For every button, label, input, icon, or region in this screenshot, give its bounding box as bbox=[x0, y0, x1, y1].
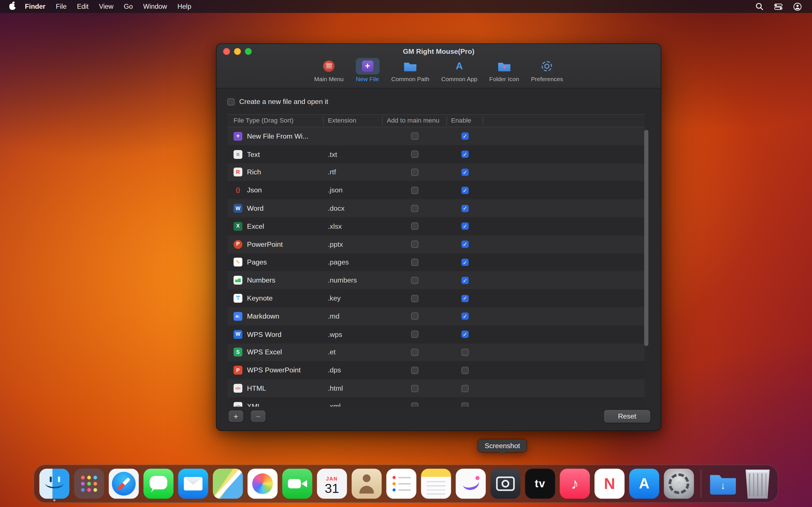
menu-item-finder[interactable]: Finder bbox=[20, 0, 51, 13]
add-file-type-button[interactable]: + bbox=[229, 410, 243, 422]
add-to-main-menu-checkbox[interactable] bbox=[411, 313, 418, 320]
enable-checkbox[interactable] bbox=[462, 331, 469, 338]
trash-dock-icon[interactable] bbox=[743, 469, 773, 499]
menu-item-help[interactable]: Help bbox=[172, 0, 197, 13]
finder-dock-icon[interactable] bbox=[40, 469, 70, 499]
col-extension[interactable]: Extension bbox=[324, 116, 383, 125]
col-add-to-main-menu[interactable]: Add to main menu bbox=[383, 116, 447, 125]
file-type-cell: RRich bbox=[227, 168, 324, 177]
table-row[interactable]: ⊤Keynote.key bbox=[227, 289, 645, 307]
table-row[interactable]: M↓Markdown.md bbox=[227, 307, 645, 325]
enable-checkbox[interactable] bbox=[462, 151, 469, 158]
tab-common-app[interactable]: Common App bbox=[439, 58, 480, 82]
table-row[interactable]: {}Json.json bbox=[227, 181, 645, 200]
add-to-main-menu-checkbox[interactable] bbox=[411, 205, 418, 212]
settings-dock-icon[interactable] bbox=[664, 469, 694, 499]
remove-file-type-button[interactable]: − bbox=[251, 410, 266, 422]
add-to-main-menu-checkbox[interactable] bbox=[411, 240, 418, 248]
enable-checkbox[interactable] bbox=[462, 187, 469, 194]
add-to-main-menu-checkbox[interactable] bbox=[411, 133, 418, 140]
table-row[interactable]: ✎Pages.pages bbox=[227, 253, 645, 271]
contacts-dock-icon[interactable] bbox=[352, 469, 382, 499]
news-dock-icon[interactable] bbox=[595, 469, 625, 499]
menu-item-window[interactable]: Window bbox=[138, 0, 172, 13]
tv-dock-icon[interactable] bbox=[525, 469, 555, 499]
enable-checkbox[interactable] bbox=[462, 205, 469, 212]
screenshot-dock-icon[interactable] bbox=[490, 469, 520, 499]
table-row[interactable]: ≡Text.txt bbox=[227, 145, 645, 163]
new-file-icon bbox=[362, 61, 373, 72]
tab-preferences[interactable]: Preferences bbox=[528, 58, 566, 82]
enable-checkbox[interactable] bbox=[462, 367, 469, 374]
table-row[interactable]: WWord.docx bbox=[227, 199, 645, 217]
tab-main-menu[interactable]: Main Menu bbox=[312, 58, 346, 82]
add-to-main-menu-checkbox[interactable] bbox=[411, 151, 418, 158]
menu-item-view[interactable]: View bbox=[94, 0, 119, 13]
notes-dock-icon[interactable] bbox=[421, 469, 451, 499]
create-file-checkbox[interactable] bbox=[227, 98, 235, 105]
mail-dock-icon[interactable] bbox=[178, 469, 208, 499]
maps-dock-icon[interactable] bbox=[213, 469, 243, 499]
table-row[interactable]: +New File From Wi... bbox=[227, 127, 645, 145]
control-center-icon[interactable] bbox=[774, 3, 782, 10]
enable-checkbox[interactable] bbox=[462, 259, 469, 266]
enable-checkbox[interactable] bbox=[462, 385, 469, 392]
launchpad-dock-icon[interactable] bbox=[74, 469, 104, 499]
add-to-main-menu-checkbox[interactable] bbox=[411, 403, 418, 407]
reminders-dock-icon[interactable] bbox=[386, 469, 416, 499]
table-row[interactable]: </>XML.xml bbox=[227, 397, 645, 407]
apple-menu-icon[interactable] bbox=[9, 4, 15, 10]
add-to-main-menu-checkbox[interactable] bbox=[411, 385, 418, 392]
table-row[interactable]: </>HTML.html bbox=[227, 379, 645, 397]
add-to-main-menu-checkbox[interactable] bbox=[411, 367, 418, 374]
table-row[interactable]: PPowerPoint.pptx bbox=[227, 235, 645, 253]
table-row[interactable]: RRich.rtf bbox=[227, 163, 645, 181]
calendar-dock-icon[interactable]: JAN31 bbox=[317, 469, 347, 499]
add-to-main-menu-checkbox[interactable] bbox=[411, 259, 418, 266]
table-row[interactable]: WWPS Word.wps bbox=[227, 325, 645, 343]
menu-item-edit[interactable]: Edit bbox=[72, 0, 94, 13]
menu-item-file[interactable]: File bbox=[51, 0, 72, 13]
appstore-dock-icon[interactable] bbox=[629, 469, 659, 499]
downloads-dock-icon[interactable] bbox=[708, 469, 738, 499]
add-to-main-menu-checkbox[interactable] bbox=[411, 169, 418, 176]
table-row[interactable]: SWPS Excel.et bbox=[227, 343, 645, 361]
facetime-dock-icon[interactable] bbox=[282, 469, 312, 499]
add-to-main-menu-checkbox[interactable] bbox=[411, 277, 418, 284]
table-row[interactable]: PWPS PowerPoint.dps bbox=[227, 361, 645, 379]
enable-checkbox[interactable] bbox=[462, 240, 469, 248]
search-icon[interactable] bbox=[756, 3, 763, 10]
enable-checkbox[interactable] bbox=[462, 349, 469, 356]
common-app-icon bbox=[453, 60, 465, 72]
create-file-label: Create a new file and open it bbox=[239, 98, 328, 106]
menu-item-go[interactable]: Go bbox=[119, 0, 138, 13]
user-menu-icon[interactable] bbox=[794, 2, 802, 10]
table-row[interactable]: XExcel.xlsx bbox=[227, 217, 645, 235]
enable-checkbox[interactable] bbox=[462, 277, 469, 284]
messages-dock-icon[interactable] bbox=[144, 469, 174, 499]
enable-checkbox[interactable] bbox=[462, 133, 469, 140]
add-to-main-menu-checkbox[interactable] bbox=[411, 331, 418, 338]
add-to-main-menu-checkbox[interactable] bbox=[411, 187, 418, 194]
reset-button[interactable]: Reset bbox=[604, 410, 651, 423]
safari-dock-icon[interactable] bbox=[109, 469, 139, 499]
enable-checkbox[interactable] bbox=[462, 223, 469, 230]
photos-dock-icon[interactable] bbox=[248, 469, 278, 499]
enable-checkbox[interactable] bbox=[462, 403, 469, 407]
col-file-type[interactable]: File Type (Drag Sort) bbox=[227, 116, 324, 125]
file-type-cell: {}Json bbox=[227, 186, 324, 194]
table-scrollbar[interactable] bbox=[644, 130, 649, 346]
table-row[interactable]: ▅▇Numbers.numbers bbox=[227, 271, 645, 289]
enable-checkbox[interactable] bbox=[462, 313, 469, 320]
tab-common-path[interactable]: Common Path bbox=[389, 58, 432, 82]
add-to-main-menu-checkbox[interactable] bbox=[411, 349, 418, 356]
enable-checkbox[interactable] bbox=[462, 295, 469, 302]
add-to-main-menu-checkbox[interactable] bbox=[411, 295, 418, 302]
music-dock-icon[interactable] bbox=[560, 469, 590, 499]
enable-checkbox[interactable] bbox=[462, 169, 469, 176]
freeform-dock-icon[interactable] bbox=[456, 469, 486, 499]
tab-new-file[interactable]: New File bbox=[353, 58, 382, 82]
add-to-main-menu-checkbox[interactable] bbox=[411, 223, 418, 230]
col-enable[interactable]: Enable bbox=[447, 116, 483, 125]
tab-folder-icon[interactable]: Folder Icon bbox=[487, 58, 522, 82]
